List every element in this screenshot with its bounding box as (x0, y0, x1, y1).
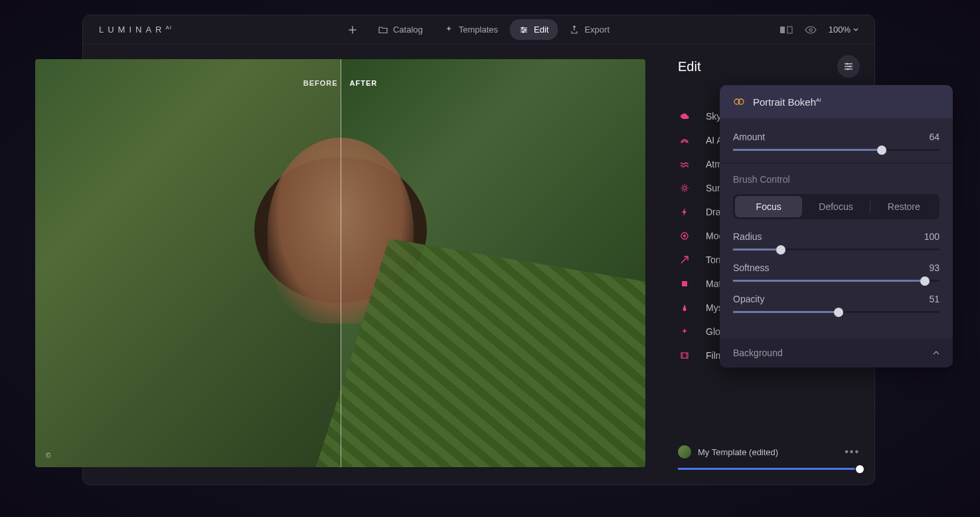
image-preview[interactable]: BEFOREAFTER © (35, 59, 645, 467)
chevron-up-icon (933, 351, 939, 355)
toolbar-right: 100% (779, 25, 858, 35)
folder-icon (378, 25, 388, 35)
mood-icon (679, 231, 690, 241)
copyright: © (46, 452, 50, 459)
templates-button[interactable]: Templates (435, 19, 507, 40)
before-after-labels: BEFOREAFTER (303, 79, 378, 87)
bolt-icon (679, 207, 690, 217)
slider-handle[interactable] (920, 276, 930, 286)
eye-icon[interactable] (805, 26, 817, 34)
slider-handle[interactable] (834, 308, 843, 317)
zoom-dropdown[interactable]: 100% (829, 25, 858, 35)
sidebar-header: Edit (663, 55, 874, 87)
app-logo: LUMINARAI (99, 25, 172, 35)
svg-point-9 (683, 187, 687, 190)
toolbar-center: Catalog Templates Edit Export (339, 19, 619, 40)
toolbar: LUMINARAI Catalog Templates Edit Export (83, 15, 874, 45)
cloud-icon (679, 111, 690, 122)
matte-icon (679, 278, 690, 289)
plus-icon (348, 25, 357, 35)
template-strength-slider[interactable] (678, 468, 860, 470)
sliders-icon (519, 25, 529, 35)
export-label: Export (584, 25, 610, 35)
svg-rect-12 (682, 281, 687, 286)
svg-rect-3 (780, 27, 785, 33)
panel-body: Amount64 Brush Control Focus Defocus Res… (720, 118, 953, 338)
radius-slider[interactable]: Radius100 (733, 231, 939, 251)
svg-point-7 (849, 65, 851, 67)
bokeh-icon (733, 96, 745, 108)
slider-handle[interactable] (856, 465, 864, 473)
glow-icon (679, 326, 690, 337)
sparkle-icon (444, 25, 453, 35)
templates-label: Templates (459, 25, 498, 35)
amount-slider[interactable]: Amount64 (733, 132, 939, 151)
add-button[interactable] (339, 20, 367, 40)
focus-button[interactable]: Focus (735, 196, 802, 217)
before-after-divider[interactable] (341, 59, 341, 467)
mystical-icon (679, 302, 690, 313)
panel-header[interactable]: Portrait BokehAI (720, 85, 953, 118)
compare-icon[interactable] (779, 25, 793, 35)
svg-point-0 (522, 27, 524, 29)
template-menu-button[interactable]: ••• (845, 446, 860, 458)
catalog-label: Catalog (393, 25, 423, 35)
panel-title: Portrait BokehAI (753, 96, 821, 108)
brush-control-title: Brush Control (733, 174, 939, 185)
film-icon (679, 350, 690, 361)
catalog-button[interactable]: Catalog (369, 19, 432, 40)
svg-point-1 (525, 29, 527, 31)
edit-label: Edit (534, 25, 548, 35)
export-button[interactable]: Export (560, 19, 619, 40)
chevron-down-icon (853, 28, 858, 31)
svg-point-2 (523, 31, 525, 33)
svg-point-6 (846, 62, 848, 64)
background-section[interactable]: Background (720, 338, 953, 367)
slider-handle[interactable] (877, 146, 886, 155)
restore-button[interactable]: Restore (870, 196, 938, 217)
template-thumbnail (678, 445, 691, 459)
portrait-bokeh-panel: Portrait BokehAI Amount64 Brush Control … (720, 85, 953, 367)
svg-point-8 (847, 68, 849, 70)
toning-icon (679, 255, 690, 265)
svg-point-5 (809, 29, 812, 31)
edit-button[interactable]: Edit (510, 19, 558, 40)
export-icon (570, 25, 579, 35)
defocus-button[interactable]: Defocus (802, 196, 869, 217)
slider-handle[interactable] (776, 245, 785, 255)
sidebar-footer: My Template (edited) ••• (663, 436, 874, 484)
rainbow-icon (679, 135, 690, 146)
svg-point-16 (738, 99, 744, 104)
sun-icon (679, 183, 690, 193)
template-row[interactable]: My Template (edited) ••• (678, 445, 860, 459)
softness-slider[interactable]: Softness93 (733, 262, 939, 282)
adjustments-button[interactable] (837, 55, 860, 78)
sidebar-title: Edit (678, 59, 700, 74)
svg-rect-4 (787, 27, 792, 33)
brush-mode-segment: Focus Defocus Restore (733, 194, 939, 219)
template-name: My Template (edited) (698, 447, 838, 457)
wave-icon (679, 159, 690, 169)
opacity-slider[interactable]: Opacity51 (733, 294, 939, 313)
svg-rect-13 (683, 310, 686, 311)
svg-point-11 (683, 235, 686, 237)
